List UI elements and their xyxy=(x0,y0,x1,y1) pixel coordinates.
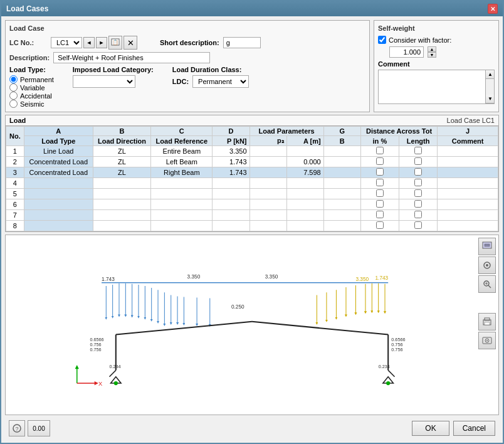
row-2-dist[interactable] xyxy=(360,157,399,167)
th-dist-pct: in % xyxy=(360,136,399,146)
table-row: 3 Concentrated Load ZL Right Beam 1.743 … xyxy=(6,167,498,178)
row-1-comment[interactable] xyxy=(438,146,498,157)
zero-btn[interactable]: 0.00 xyxy=(28,420,50,436)
row-1-across[interactable] xyxy=(399,146,438,157)
consider-checkbox[interactable] xyxy=(378,36,386,44)
load-type-label: Load Type: xyxy=(9,66,54,73)
lc-row: LC No.: LC1 ◄ ► 📋 ✕ xyxy=(9,36,365,50)
row-3-dist[interactable] xyxy=(360,167,399,178)
lc-delete-btn[interactable]: ✕ xyxy=(123,36,137,50)
row-3-load-type[interactable]: Concentrated Load xyxy=(24,167,93,178)
scroll-up-arrow[interactable]: ▲ xyxy=(486,70,495,79)
svg-rect-34 xyxy=(485,244,490,246)
row-1-a[interactable] xyxy=(286,146,323,157)
imposed-group: Imposed Load Category: xyxy=(73,66,154,88)
radio-variable-input[interactable] xyxy=(9,83,18,92)
row-3-p2[interactable] xyxy=(249,167,286,178)
short-desc-input[interactable] xyxy=(223,37,261,48)
row-3-across-check[interactable] xyxy=(414,168,422,176)
bottom-right: OK Cancel xyxy=(412,421,495,436)
viz-btn-5[interactable] xyxy=(478,332,496,349)
row-1-p2[interactable] xyxy=(249,146,286,157)
svg-point-46 xyxy=(486,340,488,341)
dim-0234-right: 0.234 xyxy=(379,364,390,369)
row-2-comment[interactable] xyxy=(438,157,498,167)
dim-0234-left: 0.234 xyxy=(109,364,120,369)
row-2-across[interactable] xyxy=(399,157,438,167)
lc-select[interactable]: LC1 xyxy=(51,37,82,48)
th-load-dir: Load Direction xyxy=(93,136,150,146)
row-2-p2[interactable] xyxy=(249,157,286,167)
row-4-no: 4 xyxy=(6,178,24,189)
load-label-1743-left: 1.743 xyxy=(102,277,115,282)
table-row: 7 xyxy=(6,210,498,221)
row-2-b[interactable] xyxy=(323,157,360,167)
row-1-across-check[interactable] xyxy=(414,147,422,154)
imposed-select[interactable] xyxy=(73,75,135,88)
lc-add-btn[interactable]: 📋 xyxy=(108,36,122,50)
viz-btn-3[interactable] xyxy=(478,275,496,293)
row-1-b[interactable] xyxy=(323,146,360,157)
factor-input[interactable] xyxy=(389,46,424,58)
row-4-lt[interactable] xyxy=(24,178,93,189)
ldc-select[interactable]: Permanent xyxy=(192,75,249,88)
viz-btn-2[interactable] xyxy=(478,256,496,274)
load-cases-dialog: Load Cases ✕ Load Case LC No.: LC1 ◄ ► xyxy=(0,0,504,444)
row-2-across-check[interactable] xyxy=(414,157,422,165)
load-table: No. A B C D Load Parameters G Distance A… xyxy=(6,126,498,231)
row-1-dist[interactable] xyxy=(360,146,399,157)
row-3-b[interactable] xyxy=(323,167,360,178)
row-3-p[interactable]: 1.743 xyxy=(213,167,249,178)
desc-label: Description: xyxy=(9,54,50,61)
self-weight-title: Self-weight xyxy=(378,24,495,32)
radio-seismic-input[interactable] xyxy=(9,100,18,108)
row-1-load-dir[interactable]: ZL xyxy=(93,146,150,157)
ok-button[interactable]: OK xyxy=(412,421,449,436)
viz-btn-1[interactable] xyxy=(478,238,496,255)
row-2-dist-check[interactable] xyxy=(376,157,384,165)
th-load-params: Load Parameters xyxy=(249,127,323,136)
load-dur-label: Load Duration Class: xyxy=(172,66,249,73)
load-label-3350-2: 3.350 xyxy=(265,274,278,280)
consider-row: Consider with factor: xyxy=(378,36,495,44)
row-1-load-type[interactable]: Line Load xyxy=(24,146,93,157)
scroll-down-arrow[interactable]: ▼ xyxy=(486,95,495,103)
table-header-row-2: Load Type Load Direction Load Reference … xyxy=(6,136,498,146)
row-3-comment[interactable] xyxy=(438,167,498,178)
dialog-content: Load Case LC No.: LC1 ◄ ► 📋 xyxy=(1,16,503,443)
factor-up-btn[interactable]: ▲ xyxy=(428,46,436,52)
close-button[interactable]: ✕ xyxy=(488,4,498,14)
help-btn[interactable]: ? xyxy=(9,420,25,436)
th-p-kn: P [kN] xyxy=(213,136,249,146)
row-1-dist-check[interactable] xyxy=(376,147,384,154)
x-label: X xyxy=(98,381,102,387)
radio-variable-label: Variable xyxy=(20,84,45,92)
row-2-load-type[interactable]: Concentrated Load xyxy=(24,157,93,167)
row-2-load-ref[interactable]: Left Beam xyxy=(151,157,213,167)
table-header-row-1: No. A B C D Load Parameters G Distance A… xyxy=(6,127,498,136)
row-3-dist-check[interactable] xyxy=(376,168,384,176)
row-1-load-ref[interactable]: Entire Beam xyxy=(151,146,213,157)
lc-prev-btn[interactable]: ◄ xyxy=(83,37,95,48)
load-case-label: Load Case LC1 xyxy=(447,117,495,124)
radio-accidental-label: Accidental xyxy=(20,92,52,100)
cancel-button[interactable]: Cancel xyxy=(453,421,495,436)
radio-accidental-input[interactable] xyxy=(9,92,18,100)
row-1-p[interactable]: 3.350 xyxy=(213,146,249,157)
th-load-ref: Load Reference xyxy=(151,136,213,146)
lc-next-btn[interactable]: ► xyxy=(96,37,107,48)
short-desc-label: Short description: xyxy=(160,39,219,46)
row-2-p[interactable]: 1.743 xyxy=(213,157,249,167)
table-row: 6 xyxy=(6,199,498,210)
row-3-load-ref[interactable]: Right Beam xyxy=(151,167,213,178)
row-2-load-dir[interactable]: ZL xyxy=(93,157,150,167)
row-3-a[interactable]: 7.598 xyxy=(286,167,323,178)
radio-permanent-input[interactable] xyxy=(9,75,18,83)
row-3-across[interactable] xyxy=(399,167,438,178)
svg-text:?: ? xyxy=(15,426,18,432)
viz-btn-4[interactable] xyxy=(478,313,496,330)
imposed-label: Imposed Load Category: xyxy=(73,66,154,73)
row-3-load-dir[interactable]: ZL xyxy=(93,167,150,178)
row-2-a[interactable]: 0.000 xyxy=(286,157,323,167)
factor-down-btn[interactable]: ▼ xyxy=(428,52,436,58)
